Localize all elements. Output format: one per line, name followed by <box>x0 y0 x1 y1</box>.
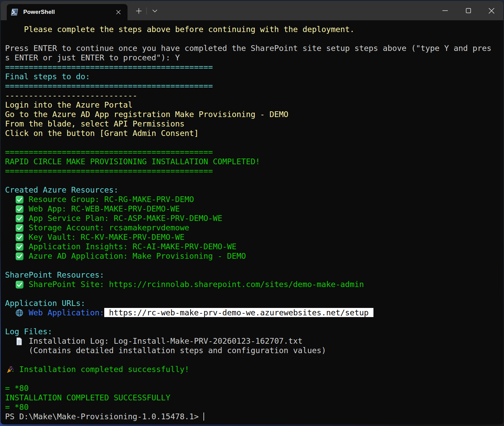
terminal-text: Press ENTER to continue once you have co… <box>5 44 492 53</box>
terminal-line: ========================================… <box>5 62 503 72</box>
terminal-text: ========================================… <box>5 166 213 175</box>
terminal-text: RAPID CIRCLE MAKE PROVISIONING INSTALLAT… <box>5 157 260 166</box>
terminal-line: Login into the Azure Portal <box>5 100 503 110</box>
party-popper-icon <box>5 365 15 374</box>
terminal-text <box>5 336 15 345</box>
minimize-icon <box>442 8 448 13</box>
terminal-line: Created Azure Resources: <box>5 185 503 195</box>
check-mark-icon <box>15 223 24 232</box>
terminal-text: Installation completed successfully! <box>15 365 189 374</box>
terminal-line: Application Insights: RC-AI-MAKE-PRV-DEM… <box>5 242 503 251</box>
terminal-text <box>5 251 15 260</box>
tab-close-icon[interactable] <box>113 7 123 17</box>
check-mark-icon <box>15 214 24 223</box>
check-mark-icon <box>15 204 24 214</box>
desktop-background: PowerShell <box>0 0 504 426</box>
terminal-line: ========================================… <box>5 147 503 157</box>
terminal-window: PowerShell <box>1 1 503 424</box>
terminal-text: s ENTER or just ENTER to proceed"): Y <box>5 53 180 62</box>
plus-icon <box>136 8 142 14</box>
terminal-line: Final steps to do: <box>5 72 503 81</box>
terminal-text: = *80 <box>5 402 29 411</box>
terminal-text: Go to the Azure AD App registration Make… <box>5 110 288 119</box>
terminal-text: Installation Log: Log-Install-Make-PRV-2… <box>24 336 303 345</box>
tab-powershell[interactable]: PowerShell <box>7 4 128 20</box>
check-mark-icon <box>15 251 24 261</box>
terminal-text <box>5 232 15 242</box>
terminal-text: Web App: RC-WEB-MAKE-PRV-DEMO-WE <box>24 204 180 213</box>
globe-icon <box>15 308 24 317</box>
tab-bar-divider <box>146 7 147 15</box>
terminal-line: INSTALLATION COMPLETED SUCCESSFULLY <box>5 393 503 402</box>
terminal-text <box>5 280 15 289</box>
terminal-line: PS D:\Make\Make-Provisioning-1.0.15478.1… <box>5 412 503 421</box>
terminal-line: = *80 <box>5 384 503 393</box>
terminal-line <box>5 176 503 185</box>
terminal-text: Key Vault: RC-KV-MAKE-PRV-DEMO-WE <box>24 232 185 242</box>
terminal-text: Login into the Azure Portal <box>5 100 133 109</box>
terminal-text: INSTALLATION COMPLETED SUCCESSFULLY <box>5 393 170 402</box>
terminal-line: SharePoint Site: https://rcinnolab.share… <box>5 280 503 289</box>
terminal-text: Storage Account: rcsamakeprvdemowe <box>24 223 189 232</box>
terminal-line: App Service Plan: RC-ASP-MAKE-PRV-DEMO-W… <box>5 214 503 223</box>
terminal-line: Storage Account: rcsamakeprvdemowe <box>5 223 503 232</box>
terminal-text <box>5 223 15 232</box>
terminal-line: = *80 <box>5 402 503 412</box>
terminal-output[interactable]: Please complete the steps above before c… <box>1 20 503 424</box>
tab-dropdown-button[interactable] <box>149 4 161 18</box>
terminal-text <box>5 204 15 213</box>
terminal-line: Web App: RC-WEB-MAKE-PRV-DEMO-WE <box>5 204 503 214</box>
terminal-line: ========================================… <box>5 81 503 91</box>
terminal-line: Log Files: <box>5 327 503 336</box>
terminal-line: RAPID CIRCLE MAKE PROVISIONING INSTALLAT… <box>5 157 503 166</box>
terminal-line <box>5 34 503 44</box>
maximize-button[interactable] <box>460 1 476 20</box>
terminal-text: Please complete the steps above before c… <box>5 25 355 34</box>
terminal-text: https://rc-web-make-prv-demo-we.azureweb… <box>104 308 373 317</box>
tab-title: PowerShell <box>23 9 55 16</box>
terminal-line: ---------------------------- <box>5 91 503 100</box>
terminal-line: (Contains detailed installation steps an… <box>5 346 503 355</box>
terminal-line: Azure AD Application: Make Provisioning … <box>5 251 503 261</box>
terminal-text: App Service Plan: RC-ASP-MAKE-PRV-DEMO-W… <box>24 214 222 223</box>
terminal-line <box>5 355 503 365</box>
terminal-text: SharePoint Site: https://rcinnolab.share… <box>24 280 364 289</box>
terminal-text <box>5 242 15 251</box>
terminal-text: Application Insights: RC-AI-MAKE-PRV-DEM… <box>24 242 236 251</box>
terminal-line: Press ENTER to continue once you have co… <box>5 44 503 53</box>
terminal-text: From the blade, select API Permissions <box>5 119 185 128</box>
terminal-text: PS D:\Make\Make-Provisioning-1.0.15478.1… <box>5 412 203 421</box>
terminal-line: s ENTER or just ENTER to proceed"): Y <box>5 53 503 62</box>
terminal-text: Azure AD Application: Make Provisioning … <box>24 251 246 260</box>
terminal-line: Click on the button [Grant Admin Consent… <box>5 129 503 138</box>
terminal-text: Resource Group: RC-RG-MAKE-PRV-DEMO <box>24 195 194 204</box>
new-tab-button[interactable] <box>133 4 144 18</box>
terminal-text: ---------------------------- <box>5 91 137 100</box>
terminal-line <box>5 374 503 384</box>
terminal-text: SharePoint Resources: <box>5 270 104 279</box>
check-mark-icon <box>15 232 24 242</box>
title-bar[interactable]: PowerShell <box>1 1 503 20</box>
terminal-line <box>5 289 503 299</box>
check-mark-icon <box>15 280 24 289</box>
page-icon <box>15 336 24 346</box>
terminal-text: ========================================… <box>5 62 213 72</box>
terminal-text: ========================================… <box>5 81 213 90</box>
terminal-text: Created Azure Resources: <box>5 185 118 194</box>
terminal-line <box>5 138 503 147</box>
terminal-text: Web Application: <box>24 308 104 317</box>
terminal-text: (Contains detailed installation steps an… <box>5 346 326 355</box>
terminal-line: Web Application: https://rc-web-make-prv… <box>5 308 503 317</box>
terminal-line: Go to the Azure AD App registration Make… <box>5 110 503 119</box>
close-button[interactable] <box>484 1 499 20</box>
terminal-line: From the blade, select API Permissions <box>5 119 503 129</box>
terminal-text: Final steps to do: <box>5 72 90 81</box>
terminal-text: Log Files: <box>5 327 52 336</box>
terminal-text: Click on the button [Grant Admin Consent… <box>5 129 199 138</box>
terminal-line: ========================================… <box>5 166 503 176</box>
check-mark-icon <box>15 195 24 204</box>
terminal-line: Installation completed successfully! <box>5 365 503 374</box>
terminal-text: Application URLs: <box>5 299 85 308</box>
maximize-icon <box>466 8 471 13</box>
minimize-button[interactable] <box>437 1 453 20</box>
